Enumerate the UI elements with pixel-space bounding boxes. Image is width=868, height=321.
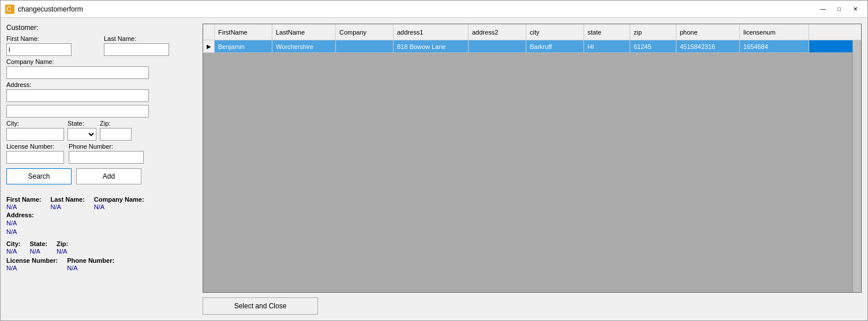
result-first-name-label: First Name: (6, 196, 42, 203)
cell-licensenum-1: 1654684 (740, 40, 809, 52)
result-city-state-zip-row: City: N/A State: N/A Zip: N/A (6, 240, 197, 255)
table-row[interactable]: ▶ Benjamin Worchershire 818 Bowow Lane B… (203, 40, 861, 53)
city-input[interactable] (6, 128, 64, 141)
company-name-input[interactable] (6, 66, 149, 79)
left-panel: Customer: First Name: Last Name: Company… (6, 24, 197, 315)
add-button[interactable]: Add (76, 168, 141, 184)
col-header-firstname[interactable]: FirstName (215, 24, 272, 40)
cell-zip-1: 61245 (630, 40, 676, 52)
data-grid[interactable]: FirstName LastName Company address1 addr… (203, 24, 862, 293)
result-address-label: Address: (6, 212, 197, 218)
address2-input[interactable] (6, 105, 149, 118)
zip-group: Zip: (100, 120, 132, 141)
grid-header: FirstName LastName Company address1 addr… (203, 24, 861, 40)
city-group: City: (6, 120, 64, 141)
result-state-label: State: (29, 240, 47, 247)
result-state-value: N/A (29, 248, 47, 255)
result-first-name-group: First Name: N/A (6, 196, 42, 210)
result-last-name-value: N/A (51, 203, 85, 210)
zip-input[interactable] (100, 128, 132, 141)
col-header-address1[interactable]: address1 (394, 24, 469, 40)
result-state-group: State: N/A (29, 240, 47, 255)
state-group: State: HI AL CA NY (68, 120, 96, 141)
result-phone-group: Phone Number: N/A (67, 257, 114, 271)
restore-button[interactable]: □ (832, 3, 847, 16)
state-select[interactable]: HI AL CA NY (68, 128, 96, 141)
col-header-licensenum[interactable]: licensenum (740, 24, 809, 40)
main-window: C changecustomerform — □ ✕ Customer: Fir… (0, 0, 868, 321)
scrollbar[interactable] (852, 40, 861, 292)
col-header-phone[interactable]: phone (676, 24, 740, 40)
minimize-button[interactable]: — (815, 3, 830, 16)
select-close-button[interactable]: Select and Close (203, 297, 318, 315)
name-row: First Name: Last Name: (6, 35, 197, 56)
last-name-label: Last Name: (104, 35, 197, 42)
company-name-group: Company Name: (6, 58, 197, 79)
result-name-row: First Name: N/A Last Name: N/A Company N… (6, 196, 197, 210)
license-number-input[interactable] (6, 151, 64, 164)
first-name-group: First Name: (6, 35, 99, 56)
result-company-name-value: N/A (94, 203, 144, 210)
state-label: State: (68, 120, 96, 127)
button-row: Search Add (6, 168, 197, 184)
col-header-zip[interactable]: zip (630, 24, 676, 40)
col-header-address2[interactable]: address2 (469, 24, 526, 40)
cell-state-1: HI (584, 40, 630, 52)
last-name-group: Last Name: (104, 35, 197, 56)
select-close-container: Select and Close (203, 297, 862, 315)
result-section: First Name: N/A Last Name: N/A Company N… (6, 196, 197, 273)
cell-phone-1: 4515842316 (676, 40, 740, 52)
result-first-name-value: N/A (6, 203, 42, 210)
result-license-phone-row: License Number: N/A Phone Number: N/A (6, 257, 197, 271)
col-header-state[interactable]: state (584, 24, 630, 40)
result-phone-label: Phone Number: (67, 257, 114, 264)
app-icon: C (5, 5, 14, 14)
company-name-label: Company Name: (6, 58, 197, 65)
phone-number-input[interactable] (69, 151, 144, 164)
result-license-label: License Number: (6, 257, 58, 264)
col-header-company[interactable]: Company (336, 24, 394, 40)
cell-city-1: Barkruff (526, 40, 584, 52)
result-license-group: License Number: N/A (6, 257, 58, 271)
col-header-city[interactable]: city (526, 24, 584, 40)
result-city-group: City: N/A (6, 240, 20, 255)
right-panel: FirstName LastName Company address1 addr… (203, 24, 862, 315)
result-city-value: N/A (6, 248, 20, 255)
grid-row-indicator-header (203, 24, 215, 40)
license-number-label: License Number: (6, 143, 64, 150)
result-phone-value: N/A (67, 265, 114, 271)
result-last-name-label: Last Name: (51, 196, 85, 203)
svg-text:C: C (6, 5, 12, 13)
license-group: License Number: (6, 143, 64, 164)
cell-lastname-1: Worchershire (272, 40, 336, 52)
window-title: changecustomerform (18, 5, 83, 13)
grid-body: ▶ Benjamin Worchershire 818 Bowow Lane B… (203, 40, 861, 292)
address-label: Address: (6, 81, 197, 88)
first-name-label: First Name: (6, 35, 99, 42)
zip-label: Zip: (100, 120, 132, 127)
phone-number-label: Phone Number: (69, 143, 144, 150)
city-state-zip-row: City: State: HI AL CA NY Zip: (6, 120, 197, 141)
address1-input[interactable] (6, 89, 149, 102)
title-bar: C changecustomerform — □ ✕ (1, 1, 867, 18)
customer-label: Customer: (6, 24, 197, 32)
row-arrow-icon: ▶ (207, 43, 211, 50)
content-area: Customer: First Name: Last Name: Company… (1, 18, 867, 320)
result-address-section: Address: N/A N/A (6, 212, 197, 237)
first-name-input[interactable] (6, 43, 72, 56)
col-header-lastname[interactable]: LastName (272, 24, 336, 40)
cell-address2-1 (469, 40, 526, 52)
cell-company-1 (336, 40, 394, 52)
last-name-input[interactable] (104, 43, 169, 56)
cell-firstname-1: Benjamin (215, 40, 272, 52)
result-last-name-group: Last Name: N/A (51, 196, 85, 210)
result-city-label: City: (6, 240, 20, 247)
address-group: Address: (6, 81, 197, 118)
phone-group: Phone Number: (69, 143, 144, 164)
cell-address1-1: 818 Bowow Lane (394, 40, 469, 52)
title-bar-controls: — □ ✕ (815, 3, 863, 16)
result-company-name-group: Company Name: N/A (94, 196, 144, 210)
search-button[interactable]: Search (6, 168, 72, 184)
close-button[interactable]: ✕ (848, 3, 863, 16)
result-zip-group: Zip: N/A (57, 240, 68, 255)
